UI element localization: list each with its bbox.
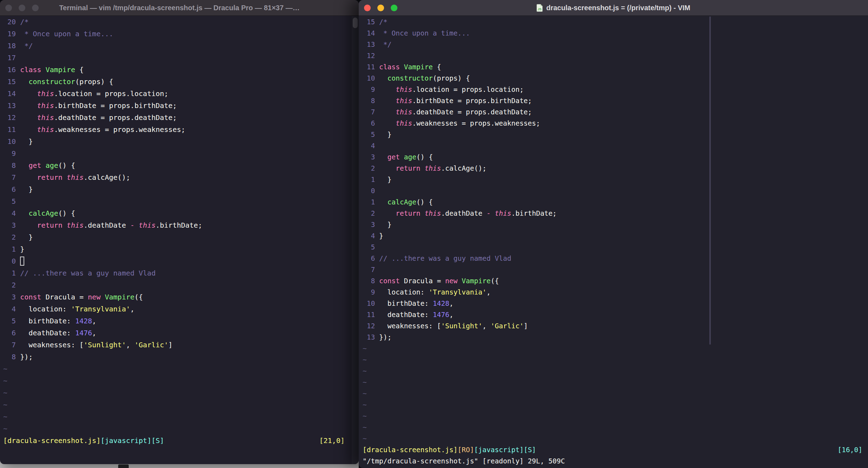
code-line[interactable]: 1// ...there was a guy named Vlad: [3, 267, 359, 279]
code-line[interactable]: 3 return this.deathDate - this.birthDate…: [3, 219, 359, 231]
code-line[interactable]: 15/*: [363, 17, 868, 28]
tilde-marker: ~: [363, 411, 367, 422]
code-line[interactable]: 0: [363, 185, 868, 197]
line-number: 10: [363, 73, 375, 84]
line-number: 5: [363, 242, 375, 253]
code-line[interactable]: 16class Vampire {: [3, 64, 359, 76]
code-line[interactable]: 13});: [363, 332, 868, 343]
code-line[interactable]: 9 this.location = props.location;: [363, 84, 868, 95]
code-line[interactable]: 0: [3, 255, 359, 267]
code-line[interactable]: 12: [363, 50, 868, 62]
code-line[interactable]: 9: [3, 147, 359, 159]
code-text: // ...there was a guy named Vlad: [379, 253, 511, 264]
code-text: weaknesses: ['Sunlight', 'Garlic']: [20, 339, 173, 351]
tilde-line: ~: [3, 363, 359, 375]
code-line[interactable]: 11 this.weaknesses = props.weaknesses;: [3, 124, 359, 135]
code-line[interactable]: 4: [363, 140, 868, 152]
code-line[interactable]: 4 location: 'Transylvania',: [3, 303, 359, 315]
code-line[interactable]: 20/*: [3, 16, 359, 28]
code-line[interactable]: 6 this.weaknesses = props.weaknesses;: [363, 118, 868, 129]
code-line[interactable]: 3 }: [363, 219, 868, 230]
code-line[interactable]: 2 return this.deathDate - this.birthDate…: [363, 208, 868, 219]
code-line[interactable]: 5: [363, 242, 868, 253]
code-line[interactable]: 8});: [3, 351, 359, 363]
code-line[interactable]: 18 */: [3, 40, 359, 52]
code-line[interactable]: 7 this.deathDate = props.deathDate;: [363, 107, 868, 118]
code-line[interactable]: 5 }: [363, 129, 868, 140]
code-line[interactable]: 8const Dracula = new Vampire({: [363, 276, 868, 287]
close-button[interactable]: [364, 5, 371, 11]
code-line[interactable]: 17: [3, 52, 359, 64]
code-line[interactable]: 10 birthDate: 1428,: [363, 298, 868, 309]
code-line[interactable]: 8 get age() {: [3, 159, 359, 171]
zoom-button[interactable]: [391, 5, 397, 11]
code-line[interactable]: 4 calcAge() {: [3, 207, 359, 219]
minimize-button[interactable]: [19, 5, 25, 11]
zoom-button[interactable]: [32, 5, 39, 11]
code-text: }: [379, 129, 391, 140]
code-line[interactable]: 12 this.deathDate = props.deathDate;: [3, 112, 359, 124]
code-line[interactable]: 13 */: [363, 39, 868, 50]
code-text: const Dracula = new Vampire({: [379, 276, 499, 287]
tilde-line: ~: [363, 422, 868, 433]
code-text: calcAge() {: [379, 197, 433, 208]
close-button[interactable]: [5, 5, 12, 11]
code-line[interactable]: 12 weaknesses: ['Sunlight', 'Garlic']: [363, 321, 868, 332]
code-line[interactable]: 4}: [363, 230, 868, 242]
code-line[interactable]: 10 }: [3, 135, 359, 147]
tilde-marker: ~: [363, 377, 367, 388]
code-line[interactable]: 14 this.location = props.location;: [3, 88, 359, 100]
code-line[interactable]: 14 * Once upon a time...: [363, 28, 868, 39]
code-text: /*: [20, 16, 28, 28]
vim-statusline: [dracula-screenshot.js][RO][javascript][…: [363, 444, 868, 456]
code-line[interactable]: 9 location: 'Transylvania',: [363, 287, 868, 298]
code-line[interactable]: 7 weaknesses: ['Sunlight', 'Garlic']: [3, 339, 359, 351]
terminal-titlebar[interactable]: Terminal — vim /tmp/dracula-screenshot.j…: [0, 0, 359, 16]
code-line[interactable]: 15 constructor(props) {: [3, 76, 359, 88]
code-line[interactable]: 1 calcAge() {: [363, 197, 868, 208]
line-number: 2: [3, 231, 16, 243]
code-line[interactable]: 7 return this.calcAge();: [3, 171, 359, 183]
scrollbar-thumb[interactable]: [353, 18, 358, 28]
code-line[interactable]: 5 birthDate: 1428,: [3, 315, 359, 327]
code-line[interactable]: 11class Vampire {: [363, 62, 868, 73]
code-line[interactable]: 3const Dracula = new Vampire({: [3, 291, 359, 303]
minimize-button[interactable]: [377, 5, 384, 11]
code-line[interactable]: 13 this.birthDate = props.birthDate;: [3, 100, 359, 112]
line-number: 15: [3, 76, 16, 88]
code-line[interactable]: 2 return this.calcAge();: [363, 163, 868, 174]
line-number: 20: [3, 16, 16, 28]
tilde-line: ~: [3, 399, 359, 411]
statusline-flags: [dracula-screenshot.js][RO][javascript][…: [363, 444, 536, 456]
line-number: 5: [363, 129, 375, 140]
code-line[interactable]: 6// ...there was a guy named Vlad: [363, 253, 868, 264]
code-line[interactable]: 11 deathDate: 1476,: [363, 309, 868, 321]
code-line[interactable]: 10 constructor(props) {: [363, 73, 868, 84]
code-text: this.birthDate = props.birthDate;: [20, 100, 177, 112]
code-line[interactable]: 19 * Once upon a time...: [3, 28, 359, 40]
code-line[interactable]: 1}: [3, 243, 359, 255]
code-line[interactable]: 7: [363, 264, 868, 276]
code-line[interactable]: 6 }: [3, 183, 359, 195]
code-line[interactable]: 6 deathDate: 1476,: [3, 327, 359, 339]
macvim-titlebar[interactable]: JS dracula-screenshot.js = (/private/tmp…: [359, 0, 868, 16]
code-line[interactable]: 5: [3, 195, 359, 207]
line-number: 6: [363, 118, 375, 129]
tilde-line: ~: [363, 399, 868, 411]
tilde-line: ~: [3, 375, 359, 387]
code-line[interactable]: 3 get age() {: [363, 152, 868, 163]
code-text: this.location = props.location;: [379, 84, 524, 95]
line-number: 7: [3, 171, 16, 183]
line-number: 13: [363, 332, 375, 343]
code-line[interactable]: 1 }: [363, 174, 868, 185]
code-line[interactable]: 8 this.birthDate = props.birthDate;: [363, 95, 868, 107]
code-text: }: [379, 219, 391, 230]
code-text: this.weaknesses = props.weaknesses;: [379, 118, 540, 129]
line-number: 0: [363, 185, 375, 197]
code-line[interactable]: 2 }: [3, 231, 359, 243]
line-number: 2: [3, 279, 16, 291]
line-number: 16: [3, 64, 16, 76]
line-number: 3: [363, 219, 375, 230]
code-line[interactable]: 2: [3, 279, 359, 291]
terminal-scrollbar[interactable]: [352, 16, 359, 464]
